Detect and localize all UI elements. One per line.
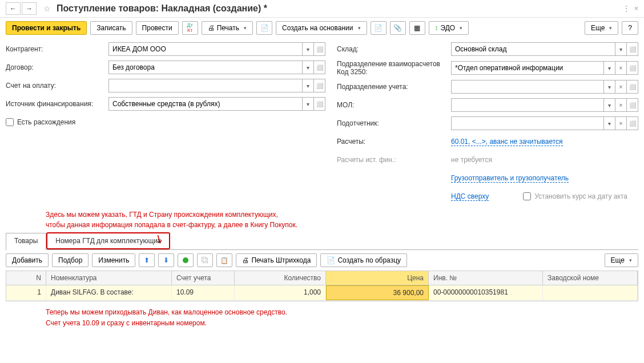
cell-qty[interactable]: 1,000 — [235, 285, 326, 300]
warehouse-open[interactable]: ⬜ — [627, 42, 638, 56]
form-area: Контрагент: ▾ ⬜ Договор: ▾ ⬜ Счет на опл… — [0, 38, 644, 207]
warehouse-label: Склад: — [337, 45, 451, 53]
nav-fwd-button[interactable]: → — [22, 2, 37, 15]
move-up-button[interactable]: ⬆ — [139, 253, 155, 267]
col-zav[interactable]: Заводской номе — [543, 271, 638, 285]
podot-label: Подотчетник: — [337, 119, 451, 127]
col-n[interactable]: N — [6, 271, 46, 285]
source-input[interactable] — [108, 97, 303, 111]
mol-clear[interactable]: × — [615, 98, 627, 112]
post-button[interactable]: Провести — [136, 21, 179, 35]
source-dropdown[interactable]: ▾ — [303, 97, 314, 111]
mol-open[interactable]: ⬜ — [627, 98, 638, 112]
edo-button[interactable]: ЭДО — [429, 21, 469, 35]
acc-division-clear[interactable]: × — [615, 80, 627, 94]
division-open[interactable]: ⬜ — [627, 61, 638, 75]
invoice-dropdown[interactable]: ▾ — [303, 79, 314, 92]
link-button[interactable] — [371, 21, 387, 35]
pick-button[interactable]: Подбор — [52, 253, 88, 267]
grid-header: N Номенклатура Счет учета Количество Цен… — [6, 271, 638, 285]
cell-zav[interactable] — [543, 285, 638, 300]
acc-division-input[interactable] — [451, 80, 604, 94]
post-and-close-button[interactable]: Провести и закрыть — [6, 21, 87, 35]
attach-button[interactable] — [390, 21, 406, 35]
dtkt-button[interactable]: ДтКт — [182, 21, 198, 35]
col-qty[interactable]: Количество — [235, 271, 326, 285]
counterparty-label: Контрагент: — [6, 45, 108, 53]
warehouse-dropdown[interactable]: ▾ — [615, 42, 627, 56]
cell-price[interactable]: 36 900,00 — [326, 285, 429, 300]
acc-division-dropdown[interactable]: ▾ — [604, 80, 615, 94]
link-icon — [374, 24, 383, 32]
nav-back-button[interactable]: ← — [6, 2, 21, 15]
template-button[interactable]: Создать по образцу — [320, 253, 407, 267]
vat-link[interactable]: НДС сверху — [451, 192, 489, 201]
barcode-button[interactable]: Печать Штрихкода — [236, 253, 317, 267]
cell-inv[interactable]: 00-00000000010351981 — [429, 285, 543, 300]
podot-input[interactable] — [451, 116, 604, 130]
edo-icon — [435, 24, 438, 32]
print-button[interactable]: Печать — [202, 21, 253, 35]
col-inv[interactable]: Инв. № — [429, 271, 543, 285]
contract-open[interactable]: ⬜ — [314, 61, 325, 74]
calc-fin-label: Расчеты ист. фин.: — [337, 156, 451, 164]
grid-icon — [414, 24, 420, 32]
help-button[interactable]: ? — [622, 21, 638, 35]
warehouse-input[interactable] — [451, 42, 615, 56]
col-nomenclature[interactable]: Номенклатура — [46, 271, 172, 285]
rate-checkbox[interactable]: Установить курс на дату акта — [523, 192, 627, 200]
shipper-link[interactable]: Грузоотправитель и грузополучатель — [451, 174, 569, 183]
podot-dropdown[interactable]: ▾ — [604, 116, 615, 130]
acc-division-open[interactable]: ⬜ — [627, 80, 638, 94]
calc-link[interactable]: 60.01, <...>, аванс не зачитывается — [451, 138, 563, 146]
grid-toolbar: Добавить Подбор Изменить ⬆ ⬇ Печать Штри… — [0, 250, 644, 271]
invoice-open[interactable]: ⬜ — [314, 79, 325, 92]
menu-icon[interactable]: ⋮ — [623, 5, 630, 13]
add-button[interactable]: Добавить — [6, 253, 49, 267]
write-button[interactable]: Записать — [90, 21, 132, 35]
grid-more-button[interactable]: Еще — [605, 253, 638, 267]
col-account[interactable]: Счет учета — [172, 271, 235, 285]
invoice-label: Счет на оплату: — [6, 82, 108, 90]
mol-input[interactable] — [451, 98, 604, 112]
edit-button[interactable]: Изменить — [92, 253, 135, 267]
fill-button[interactable] — [178, 253, 194, 267]
division-clear[interactable]: × — [615, 61, 627, 75]
favorite-icon[interactable]: ☆ — [43, 4, 51, 13]
tab-gtd[interactable]: Номера ГТД для комплектующих — [46, 232, 170, 249]
create-based-button[interactable]: Создать на основании — [276, 21, 367, 35]
more-button[interactable]: Еще — [585, 21, 618, 35]
division-dropdown[interactable]: ▾ — [604, 61, 615, 75]
counterparty-dropdown[interactable]: ▾ — [303, 42, 314, 56]
move-down-button[interactable]: ⬇ — [158, 253, 174, 267]
counterparty-open[interactable]: ⬜ — [314, 42, 325, 56]
discrepancy-checkbox[interactable]: Есть расхождения — [6, 118, 75, 126]
contract-input[interactable] — [108, 61, 303, 74]
paste-row-button[interactable] — [216, 253, 232, 267]
tab-goods[interactable]: Товары — [6, 233, 46, 250]
col-price[interactable]: Цена — [326, 271, 429, 285]
doc-icon-2 — [327, 256, 335, 264]
cell-nom[interactable]: Диван SILFAG. В составе: — [46, 285, 172, 300]
table-row[interactable]: 1 Диван SILFAG. В составе: 10.09 1,000 3… — [6, 285, 638, 301]
header: ← → ☆ Поступление товаров: Накладная (со… — [0, 0, 644, 18]
mol-dropdown[interactable]: ▾ — [604, 98, 615, 112]
podot-clear[interactable]: × — [615, 116, 627, 130]
source-label: Источник финансирования: — [6, 100, 108, 108]
source-open[interactable]: ⬜ — [314, 97, 325, 111]
grid-button[interactable] — [409, 21, 425, 35]
print-icon-2 — [242, 256, 249, 264]
podot-open[interactable]: ⬜ — [627, 116, 638, 130]
cell-acc[interactable]: 10.09 — [172, 285, 235, 300]
doc-icon — [260, 24, 269, 32]
invoice-input[interactable] — [108, 79, 303, 92]
division-input[interactable] — [451, 61, 604, 75]
copy-doc-button[interactable] — [256, 21, 272, 35]
annotation-1: Здесь мы можем указать, ГТД и Страну про… — [0, 207, 644, 232]
close-icon[interactable]: × — [634, 5, 638, 13]
contract-dropdown[interactable]: ▾ — [303, 61, 314, 74]
contract-label: Договор: — [6, 63, 108, 71]
copy-row-button[interactable] — [197, 253, 213, 267]
counterparty-input[interactable] — [108, 42, 303, 56]
cell-n[interactable]: 1 — [6, 285, 46, 300]
